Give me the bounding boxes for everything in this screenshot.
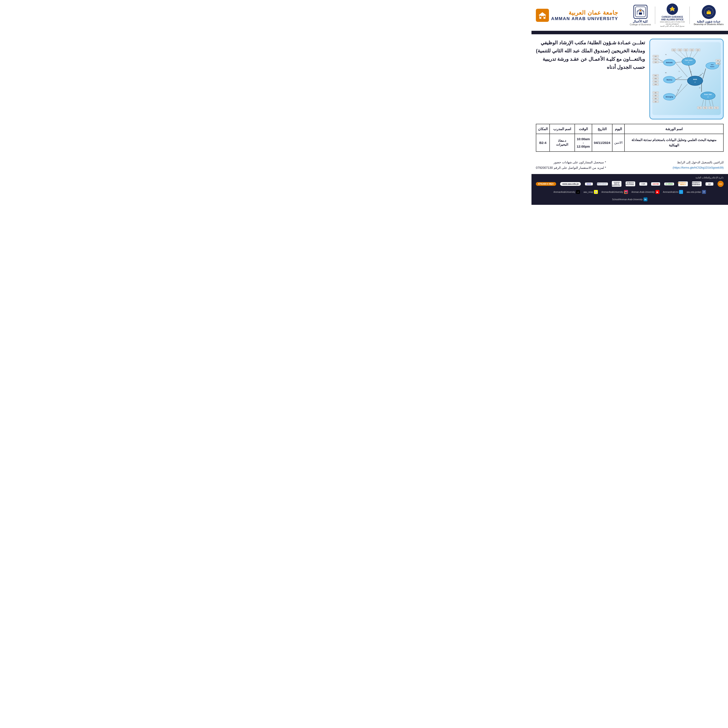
- qa-badge: QA: [705, 182, 713, 186]
- footer-social-row: f aau.edu.jordan 🐦 AmmanArabUni ▶ Amman-…: [536, 189, 723, 203]
- svg-text:IU1: IU1: [655, 56, 657, 57]
- svg-text:MAIN: MAIN: [693, 79, 697, 80]
- deanship-icon: AAU: [702, 5, 716, 19]
- social-snapchat[interactable]: 👻 aau_snap: [583, 190, 598, 194]
- dark-separator: [531, 32, 728, 34]
- badge-easa: EASA: [585, 182, 593, 185]
- univ-impact-badge: UNIVERSITY IMPACT: [678, 182, 688, 186]
- facebook-icon: f: [702, 190, 706, 194]
- header: AAU عمادة شؤون الطلبة Deanship of Studen…: [531, 0, 728, 32]
- scimago-badge: SCIMAGO INSTITUTIONS: [626, 182, 635, 186]
- career-office-name: CAREER GUIDANCE: [662, 16, 683, 18]
- aau-badge-icon: AAU: [717, 181, 723, 187]
- svg-text:IU3: IU3: [655, 62, 657, 63]
- svg-text:e2: e2: [694, 81, 696, 83]
- svg-rect-14: [541, 16, 543, 19]
- date-cell: 04/11/2024: [592, 134, 612, 151]
- svg-text:TL1: TL1: [699, 107, 701, 109]
- snapchat-icon: 👻: [594, 190, 598, 194]
- svg-text:Impact: Impact: [710, 66, 714, 67]
- univ-rankings-badge: UNIVERSITY RANKINGS: [692, 182, 702, 186]
- svg-text:IB4: IB4: [655, 101, 657, 102]
- logo-divider-1: [689, 6, 690, 24]
- svg-text:UI1: UI1: [717, 60, 719, 61]
- career-office-logo: CAREER GUIDANCE AND ALUMNI OFFICE KING A…: [659, 3, 685, 27]
- svg-text:.71: .71: [678, 70, 680, 72]
- svg-text:PA3: PA3: [655, 81, 657, 82]
- website-badge-item: www.aau.edu.jo: [560, 182, 581, 186]
- svg-text:TL4: TL4: [715, 107, 717, 109]
- location-cell: B2-4: [536, 134, 550, 151]
- university-name-en: AMMAN ARAB UNIVERSITY: [551, 16, 618, 21]
- twitter-icon: 🐦: [679, 190, 683, 194]
- table-section: اسم الورشة اليوم التاريخ الوقت اسم المدر…: [531, 124, 728, 156]
- ui-green-badge: UI GREEN: [664, 182, 674, 185]
- svg-rect-15: [540, 16, 541, 17]
- svg-text:Univ: Univ: [711, 64, 714, 65]
- youtube-label: Amman-Arab-University: [632, 191, 655, 193]
- badge-ranking-web: RANKING WEB OF UNIVERSITIES: [612, 181, 621, 187]
- badge-scimago: SCIMAGO INSTITUTIONS: [626, 182, 635, 186]
- footer: دائرة الإعلام والعلاقات العامة AAU QA UN…: [531, 174, 728, 205]
- notes-left: للراغبين بالتسجيل الدخول إلى الرابط (htt…: [673, 160, 723, 170]
- table-row: منهجية البحث العلمي وتحليل البيانات باست…: [536, 134, 723, 151]
- svg-point-9: [639, 10, 641, 12]
- notes-section: للراغبين بالتسجيل الدخول إلى الرابط (htt…: [531, 156, 728, 174]
- phone-badge-item: +962 6 4791400: [536, 182, 556, 186]
- csr-badge: CSR: [639, 182, 647, 186]
- instagram-label: AmmanArabUniversity: [601, 191, 623, 193]
- registration-link[interactable]: (https://forms.gle/hC52kg1D1kSgswb39): [673, 165, 723, 170]
- svg-rect-7: [635, 7, 645, 17]
- svg-text:IB3: IB3: [655, 98, 657, 99]
- note-certificates: * سيحصل المشاركون على شهادات حضور: [536, 160, 606, 165]
- badge-aau: AAU: [717, 181, 723, 187]
- trainer-cell: د.معاذ البحيرات: [550, 134, 575, 151]
- logo-divider-2: [655, 6, 655, 24]
- svg-point-69: [701, 92, 715, 99]
- career-icon: [667, 3, 678, 15]
- note-contact: * لمزيد من الاستفسار التواصل على الرقم 0…: [536, 165, 606, 171]
- social-youtube[interactable]: ▶ Amman-Arab-University: [632, 190, 659, 194]
- svg-text:.60: .60: [665, 72, 667, 73]
- svg-text:IB1: IB1: [655, 92, 657, 93]
- workshop-table: اسم الورشة اليوم التاريخ الوقت اسم المدر…: [536, 124, 723, 152]
- phone-badge[interactable]: +962 6 4791400: [536, 182, 556, 186]
- workshop-name-cell: منهجية البحث العلمي وتحليل البيانات باست…: [624, 134, 723, 151]
- social-tiktok[interactable]: ♪ AmmanArabUniversity: [554, 190, 580, 194]
- social-linkedin[interactable]: in School/Amman-Arab-University: [612, 197, 647, 201]
- social-twitter[interactable]: 🐦 AmmanArabUni: [663, 190, 683, 194]
- svg-text:AAU: AAU: [707, 10, 710, 12]
- university-branding: جامعة عمان العربية AMMAN ARAB UNIVERSITY: [536, 9, 618, 22]
- sem-diagram-svg: IU1 IU2 IU3 Motivatio PA1 PA2 PA3 PA4 Ma…: [652, 41, 721, 116]
- svg-text:Belonging: Belonging: [666, 96, 673, 98]
- badge-university-impact: UNIVERSITY IMPACT: [678, 182, 688, 186]
- ranking-web-badge: RANKING WEB OF UNIVERSITIES: [612, 181, 621, 187]
- svg-text:PA1: PA1: [655, 75, 657, 76]
- college-name-ar: كلية الأعمال: [633, 20, 648, 23]
- linkedin-icon: in: [644, 197, 647, 201]
- svg-text:TL2: TL2: [704, 107, 706, 109]
- announcement-paragraph: تعلـــن عمـادة شـؤون الطلبة/ مكتب الإرشا…: [536, 39, 645, 71]
- badge-ui-green: UI GREEN: [664, 182, 674, 185]
- svg-point-59: [687, 76, 703, 86]
- svg-text:.74: .74: [678, 78, 679, 79]
- deanship-logo: AAU عمادة شؤون الطلبة Deanship of Studen…: [694, 5, 723, 26]
- twitter-label: AmmanArabUni: [663, 191, 678, 193]
- col-day: اليوم: [612, 124, 624, 134]
- svg-text:Mastery: Mastery: [667, 79, 672, 81]
- svg-text:CL2: CL2: [679, 50, 681, 50]
- svg-text:.65: .65: [678, 89, 679, 90]
- badge-aab-international: AABInternational: [597, 182, 608, 185]
- svg-text:TL3: TL3: [710, 107, 712, 109]
- college-icon: [633, 5, 647, 19]
- social-instagram[interactable]: 📷 AmmanArabUniversity: [601, 190, 628, 194]
- instagram-icon: 📷: [624, 190, 628, 194]
- social-facebook[interactable]: f aau.edu.jordan: [687, 190, 706, 194]
- badge-university-rankings: UNIVERSITY RANKINGS: [692, 182, 702, 186]
- linkedin-label: School/Amman-Arab-University: [612, 198, 642, 201]
- svg-text:IB2: IB2: [655, 95, 657, 96]
- svg-rect-17: [652, 42, 721, 115]
- svg-text:.70: .70: [665, 54, 667, 55]
- announcement-text: تعلـــن عمـادة شـؤون الطلبة/ مكتب الإرشا…: [536, 39, 645, 71]
- website-badge[interactable]: www.aau.edu.jo: [560, 182, 581, 186]
